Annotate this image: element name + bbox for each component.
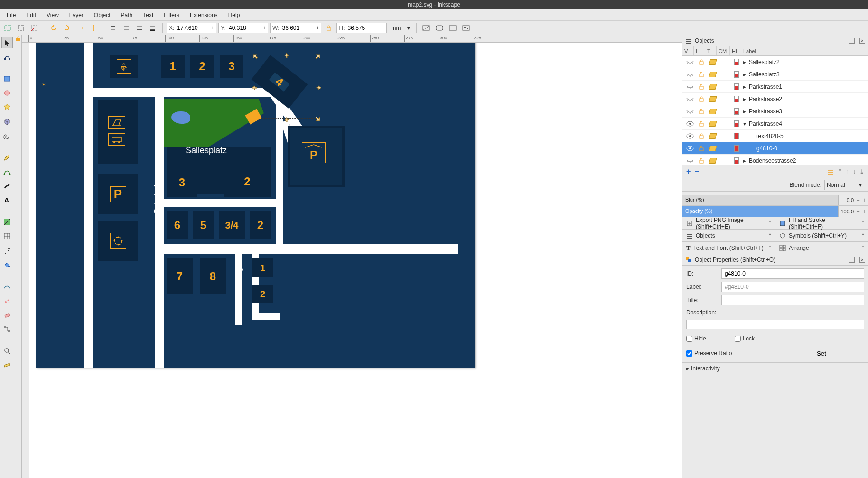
visibility-icon[interactable] [684, 84, 696, 90]
object-row[interactable]: ▸Parkstrasse3 [682, 105, 868, 118]
highlight-swatch[interactable] [732, 145, 741, 152]
highlight-swatch[interactable] [732, 108, 741, 115]
visibility-icon[interactable] [684, 59, 696, 65]
mesh-tool-icon[interactable] [1, 230, 13, 242]
text-panel-toggle[interactable]: T Text and Font (Shift+Ctrl+T) ˄ [682, 242, 775, 254]
fillstroke-panel-toggle[interactable]: Fill and Stroke (Shift+Ctrl+F) ˄ [775, 217, 868, 230]
text-tool-icon[interactable]: A [1, 194, 13, 206]
expand-icon[interactable] [741, 133, 748, 139]
expand-icon[interactable]: ▸ [741, 71, 748, 78]
minus-icon[interactable]: − [203, 23, 209, 33]
visibility-icon[interactable] [684, 146, 696, 151]
canvas-area[interactable]: 0255075100125150175200225250275300325 [22, 35, 682, 478]
menu-text[interactable]: Text [138, 10, 158, 20]
minus-icon[interactable]: − [855, 197, 861, 203]
minimize-icon[interactable]: – [849, 38, 855, 44]
plus-icon[interactable]: + [261, 23, 268, 33]
3dbox-tool-icon[interactable] [1, 116, 13, 127]
paintbucket-tool-icon[interactable] [1, 259, 13, 270]
menu-layer[interactable]: Layer [65, 10, 88, 20]
expand-icon[interactable]: ▸ [741, 157, 748, 164]
expand-icon[interactable] [741, 145, 748, 152]
lock-aspect-icon[interactable] [323, 22, 335, 34]
flip-v-icon[interactable] [88, 22, 99, 34]
lock-icon[interactable] [696, 121, 707, 127]
zoom-tool-icon[interactable] [1, 345, 13, 357]
plus-icon[interactable]: + [314, 23, 321, 33]
symbols-panel-toggle[interactable]: Symbols (Shift+Ctrl+Y) ˄ [775, 230, 868, 242]
affect-gradient-icon[interactable] [447, 22, 458, 34]
blend-mode-select[interactable]: Normal ▾ [824, 180, 864, 190]
highlight-swatch[interactable] [732, 96, 741, 102]
close-icon[interactable]: × [859, 257, 865, 263]
expand-icon[interactable]: ▸ [741, 108, 748, 115]
visibility-icon[interactable] [684, 158, 696, 164]
minus-icon[interactable]: − [254, 23, 261, 33]
calligraphy-tool-icon[interactable] [1, 180, 13, 192]
plus-icon[interactable]: + [861, 208, 868, 215]
object-row[interactable]: ▸Bodenseestrasse2 [682, 155, 868, 165]
id-input[interactable] [721, 268, 864, 279]
object-row[interactable]: g4810-0 [682, 142, 868, 155]
visibility-icon[interactable] [684, 109, 696, 114]
y-field[interactable]: Y: − + [218, 23, 268, 33]
lock-icon[interactable] [696, 158, 707, 164]
menu-file[interactable]: File [2, 10, 20, 20]
preserve-ratio-checkbox[interactable]: Preserve Ratio [686, 350, 732, 357]
select-all-icon[interactable] [15, 22, 27, 34]
x-field[interactable]: X: − + [167, 23, 216, 33]
lock-icon[interactable] [696, 133, 707, 139]
rotate-cw-icon[interactable] [61, 22, 73, 34]
object-row[interactable]: ▸Parkstrasse2 [682, 93, 868, 105]
connector-tool-icon[interactable] [1, 323, 13, 335]
lock-icon[interactable] [696, 109, 707, 114]
affect-pattern-icon[interactable] [460, 22, 472, 34]
collapse-all-icon[interactable] [827, 168, 834, 175]
w-input[interactable] [281, 25, 308, 31]
expand-icon[interactable]: ▸ [741, 59, 748, 65]
spiral-tool-icon[interactable] [1, 130, 13, 141]
menu-view[interactable]: View [42, 10, 64, 20]
menu-path[interactable]: Path [116, 10, 138, 20]
minimize-icon[interactable]: – [849, 257, 855, 263]
ellipse-tool-icon[interactable] [1, 87, 13, 99]
move-top-icon[interactable]: ⤒ [838, 168, 842, 175]
expand-icon[interactable]: ▸ [741, 83, 748, 90]
expand-icon[interactable]: ▸ [741, 96, 748, 102]
lock-icon[interactable] [696, 72, 707, 77]
object-row[interactable]: text4820-5 [682, 130, 868, 142]
object-row[interactable]: ▸Sallesplatz2 [682, 56, 868, 68]
measure-tool-icon[interactable] [1, 359, 13, 371]
flip-h-icon[interactable] [75, 22, 86, 34]
menu-object[interactable]: Object [89, 10, 115, 20]
w-field[interactable]: W: − + [270, 23, 321, 33]
set-button[interactable]: Set [779, 348, 864, 359]
move-up-icon[interactable]: ↑ [846, 168, 849, 175]
move-down-icon[interactable]: ↓ [853, 168, 856, 175]
minus-icon[interactable]: − [373, 23, 380, 33]
title-input[interactable] [721, 295, 864, 305]
affect-corners-icon[interactable] [434, 22, 445, 34]
objects2-panel-toggle[interactable]: Objects ˄ [682, 230, 775, 242]
opacity-slider[interactable]: Opacity (%) 100.0 − + [682, 206, 868, 217]
close-icon[interactable]: × [859, 38, 865, 44]
blur-slider[interactable]: Blur (%) 0.0 − + [682, 194, 868, 206]
lower-bottom-icon[interactable] [147, 22, 159, 34]
plus-icon[interactable]: + [861, 197, 868, 203]
interactivity-toggle[interactable]: ▸ Interactivity [682, 362, 868, 374]
menu-extensions[interactable]: Extensions [185, 10, 223, 20]
eraser-tool-icon[interactable] [1, 309, 13, 321]
expand-icon[interactable]: ▾ [741, 120, 748, 127]
plus-icon[interactable]: + [209, 23, 216, 33]
star-tool-icon[interactable] [1, 101, 13, 113]
raise-icon[interactable] [121, 22, 132, 34]
gradient-tool-icon[interactable] [1, 216, 13, 228]
h-input[interactable] [346, 25, 373, 31]
spray-tool-icon[interactable] [1, 295, 13, 306]
highlight-swatch[interactable] [732, 120, 741, 127]
rect-tool-icon[interactable] [1, 73, 13, 84]
selector-tool-icon[interactable] [1, 37, 13, 48]
object-row[interactable]: ▸Sallesplatz3 [682, 68, 868, 81]
arrange-panel-toggle[interactable]: Arrange ˄ [775, 242, 868, 254]
menu-edit[interactable]: Edit [21, 10, 41, 20]
